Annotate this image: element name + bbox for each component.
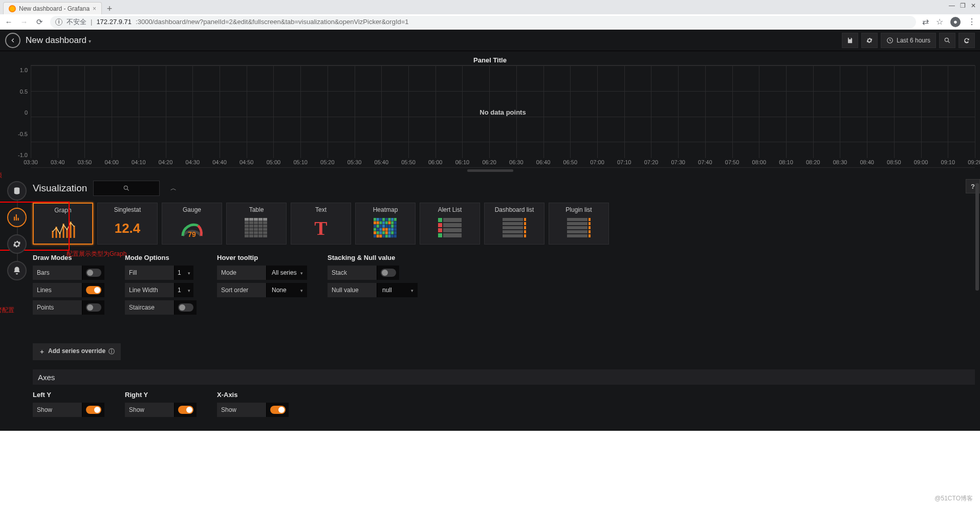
staircase-switch[interactable] — [178, 303, 193, 312]
points-switch[interactable] — [86, 303, 101, 312]
time-range-button[interactable]: Last 6 hours — [881, 33, 936, 48]
svg-rect-31 — [263, 228, 267, 231]
svg-rect-41 — [263, 235, 267, 238]
viz-option-plugin-list[interactable]: Plugin list — [549, 203, 609, 245]
tab-visualization[interactable] — [7, 208, 27, 227]
tab-general[interactable] — [7, 234, 27, 254]
svg-rect-106 — [503, 234, 523, 237]
reload-icon[interactable]: ⟳ — [35, 17, 44, 27]
svg-rect-48 — [391, 218, 394, 221]
profile-avatar-icon[interactable]: ● — [950, 17, 961, 27]
no-data-label: No data points — [31, 108, 975, 116]
tab-queries[interactable] — [7, 181, 27, 201]
svg-rect-24 — [254, 225, 258, 228]
righty-show-switch[interactable] — [178, 406, 193, 414]
svg-rect-65 — [394, 225, 397, 228]
kebab-menu-icon[interactable]: ⋮ — [968, 17, 976, 27]
viz-option-heatmap[interactable]: Heatmap — [355, 203, 416, 245]
back-icon[interactable]: ← — [4, 17, 13, 26]
svg-rect-86 — [385, 235, 388, 238]
svg-rect-113 — [589, 226, 591, 229]
forward-icon[interactable]: → — [19, 17, 29, 26]
new-tab-button[interactable]: + — [104, 3, 115, 14]
svg-rect-92 — [438, 223, 442, 227]
lefty-show-switch[interactable] — [86, 406, 101, 414]
svg-rect-59 — [377, 225, 379, 228]
refresh-button[interactable] — [959, 33, 975, 48]
svg-point-3 — [124, 186, 128, 189]
back-button[interactable] — [5, 33, 20, 48]
site-info-icon[interactable]: i — [55, 18, 62, 26]
svg-rect-58 — [374, 225, 376, 228]
panel-title[interactable]: Panel Title — [5, 54, 975, 65]
svg-rect-111 — [589, 222, 591, 225]
window-minimize-button[interactable]: — — [949, 2, 955, 9]
settings-button[interactable] — [861, 33, 878, 48]
add-series-override-button[interactable]: ＋ Add series override ⓘ — [33, 343, 121, 360]
tab-alert[interactable] — [7, 261, 27, 280]
viz-search-input[interactable] — [93, 181, 160, 196]
viz-option-singlestat[interactable]: Singlestat12.4 — [97, 203, 158, 245]
vertical-scrollbar[interactable] — [975, 183, 979, 291]
plot-area[interactable]: No data points 03:3003:4003:5004:0004:10… — [31, 65, 975, 167]
svg-rect-40 — [258, 235, 263, 238]
viz-option-graph[interactable]: Graph — [33, 203, 93, 245]
svg-rect-114 — [567, 230, 587, 233]
svg-rect-74 — [374, 231, 376, 234]
hover-sort-select[interactable]: None — [266, 283, 307, 297]
address-bar[interactable]: i 不安全 | 172.27.9.71:3000/dashboard/new?p… — [50, 16, 916, 28]
svg-rect-54 — [385, 222, 388, 225]
translate-icon[interactable]: ⇄ — [922, 17, 929, 27]
browser-tab[interactable]: New dashboard - Grafana × — [3, 2, 102, 14]
svg-rect-56 — [391, 222, 394, 225]
nullvalue-select[interactable]: null — [377, 283, 418, 297]
svg-rect-64 — [391, 225, 394, 228]
browser-tab-strip: New dashboard - Grafana × + — ❐ ✕ — [0, 0, 980, 14]
viz-option-table[interactable]: Table — [226, 203, 287, 245]
viz-option-alert-list[interactable]: Alert List — [420, 203, 480, 245]
xaxis-show-switch[interactable] — [270, 406, 286, 414]
panel-area: Panel Title 1.00.50-0.5-1.0 No data poin… — [0, 51, 980, 178]
tab-title: New dashboard - Grafana — [19, 5, 90, 12]
favicon-icon — [9, 5, 16, 12]
stack-switch[interactable] — [381, 269, 396, 277]
svg-rect-17 — [245, 222, 249, 225]
svg-rect-42 — [374, 218, 376, 221]
collapse-icon[interactable]: ︿ — [166, 184, 181, 193]
bars-switch[interactable] — [86, 269, 101, 277]
zoom-out-button[interactable] — [939, 33, 955, 48]
viz-option-gauge[interactable]: Gauge79 — [162, 203, 222, 245]
linewidth-select[interactable]: 1 — [174, 283, 193, 297]
resize-handle[interactable] — [467, 169, 513, 172]
hover-mode-select[interactable]: All series — [266, 266, 307, 280]
lines-switch[interactable] — [86, 286, 101, 294]
svg-rect-94 — [438, 228, 442, 232]
svg-rect-43 — [377, 218, 379, 221]
svg-rect-71 — [388, 228, 391, 231]
viz-option-dashboard-list[interactable]: Dashboard list — [484, 203, 545, 245]
viz-option-text[interactable]: TextT — [291, 203, 351, 245]
svg-rect-107 — [524, 234, 526, 237]
svg-rect-27 — [245, 228, 249, 231]
svg-rect-62 — [385, 225, 388, 228]
svg-rect-108 — [567, 218, 587, 221]
svg-rect-100 — [503, 222, 523, 225]
svg-rect-117 — [589, 234, 591, 237]
url-host: 172.27.9.71 — [96, 18, 132, 26]
window-close-button[interactable]: ✕ — [971, 2, 976, 9]
tab-close-icon[interactable]: × — [93, 5, 96, 12]
svg-rect-79 — [388, 231, 391, 234]
svg-rect-72 — [391, 228, 394, 231]
save-button[interactable] — [842, 33, 858, 48]
svg-rect-37 — [245, 235, 249, 238]
svg-rect-18 — [249, 222, 253, 225]
window-maximize-button[interactable]: ❐ — [960, 2, 966, 9]
dashboard-topbar: New dashboard Last 6 hours — [0, 30, 980, 51]
fill-select[interactable]: 1 — [174, 266, 193, 280]
svg-rect-90 — [438, 218, 442, 222]
dashboard-title[interactable]: New dashboard — [26, 35, 91, 46]
svg-rect-61 — [382, 225, 385, 228]
bookmark-icon[interactable]: ☆ — [936, 17, 943, 27]
browser-toolbar: ← → ⟳ i 不安全 | 172.27.9.71:3000/dashboard… — [0, 14, 980, 30]
svg-rect-93 — [443, 223, 462, 227]
